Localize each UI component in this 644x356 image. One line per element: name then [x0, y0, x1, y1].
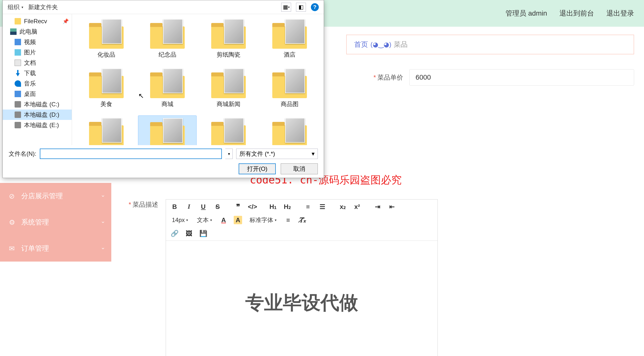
folder-label: 剪纸陶瓷	[217, 51, 240, 59]
sidebar-item-branch[interactable]: ⊘ 分店展示管理 ›	[0, 183, 111, 209]
folder-icon	[272, 68, 307, 98]
nav-desktop[interactable]: 桌面	[3, 89, 72, 99]
nav-filerecv[interactable]: FileRecv📌	[3, 16, 72, 26]
outdent-button[interactable]: ⇤	[388, 202, 396, 211]
view-mode-button[interactable]: ▦ ▾	[281, 3, 291, 12]
italic-button[interactable]: I	[185, 202, 193, 211]
ordered-list-button[interactable]: ≡	[304, 202, 312, 211]
link-button[interactable]: 🔗	[170, 229, 179, 238]
code-button[interactable]: </>	[248, 202, 257, 211]
logout-link[interactable]: 退出登录	[606, 9, 634, 18]
folder-item[interactable]: 酒店	[260, 16, 319, 61]
folder-label: 化妆品	[98, 51, 115, 59]
price-row: *菜品单价	[374, 69, 634, 85]
font-family-select[interactable]: 标准字体▾	[248, 216, 278, 224]
filename-dropdown[interactable]: ▾	[225, 149, 233, 159]
chevron-down-icon: ›	[100, 221, 106, 223]
breadcrumb: 首页 (◕‿◕) 菜品	[346, 35, 634, 54]
preview-pane-button[interactable]: ◧	[296, 3, 306, 12]
nav-documents[interactable]: 文档	[3, 58, 72, 68]
subscript-button[interactable]: x₂	[338, 202, 347, 211]
editor-text: 专业毕设代做	[176, 290, 428, 316]
folder-icon	[89, 68, 124, 98]
folder-icon	[150, 19, 185, 49]
nav-downloads[interactable]: 下载	[3, 68, 72, 78]
pin-icon: 📌	[62, 18, 69, 24]
text-type-select[interactable]: 文本▾	[196, 216, 214, 224]
nav-video[interactable]: 视频	[3, 37, 72, 47]
nav-disk-c[interactable]: 本地磁盘 (C:)	[3, 99, 72, 109]
folder-item[interactable]: 美食	[77, 66, 136, 110]
desc-row: *菜品描述	[128, 200, 164, 209]
folder-icon	[211, 68, 246, 98]
bold-button[interactable]: B	[170, 202, 179, 211]
cancel-button[interactable]: 取消	[281, 163, 318, 174]
nav-disk-e[interactable]: 本地磁盘 (E:)	[3, 120, 72, 130]
folder-item[interactable]: 商城	[138, 66, 196, 110]
folder-label: 商城新闻	[217, 100, 240, 108]
nav-pictures[interactable]: 图片	[3, 47, 72, 58]
file-list[interactable]: 化妆品纪念品剪纸陶瓷酒店美食商城商城新闻商品图手机头像图书鲜花	[72, 14, 324, 145]
folder-item[interactable]: 图书	[199, 115, 258, 145]
folder-icon	[272, 19, 307, 49]
folder-icon	[89, 19, 124, 49]
image-button[interactable]: 🖼	[185, 229, 193, 238]
desc-label: *菜品描述	[128, 200, 158, 209]
sidebar-item-orders[interactable]: ✉ 订单管理 ›	[0, 235, 111, 262]
underline-button[interactable]: U	[199, 202, 208, 211]
save-button[interactable]: 💾	[199, 229, 208, 238]
organize-button[interactable]: 组织▾	[8, 3, 23, 11]
folder-item[interactable]: 剪纸陶瓷	[199, 16, 258, 61]
align-button[interactable]: ≡	[284, 216, 292, 224]
font-color-button[interactable]: A	[219, 216, 228, 224]
clear-format-button[interactable]: T̸ₓ	[298, 216, 307, 224]
h1-button[interactable]: H₁	[269, 202, 277, 211]
price-input[interactable]	[409, 69, 634, 85]
folder-item[interactable]: 商城新闻	[199, 66, 258, 110]
folder-label: 酒店	[284, 51, 296, 59]
filename-label: 文件名(N):	[9, 150, 36, 158]
folder-icon	[150, 68, 185, 98]
clock-icon: ⊘	[9, 192, 17, 200]
folder-icon	[211, 118, 246, 145]
folder-item[interactable]: 手机	[77, 115, 136, 145]
folder-item[interactable]: 化妆品	[77, 16, 136, 61]
quote-button[interactable]: ❞	[234, 202, 242, 211]
sidebar-item-label: 分店展示管理	[21, 191, 63, 201]
folder-label: 纪念品	[158, 51, 176, 59]
breadcrumb-home[interactable]: 首页	[354, 40, 368, 49]
bg-color-button[interactable]: A	[234, 216, 242, 224]
nav-disk-d[interactable]: 本地磁盘 (D:)	[3, 109, 72, 120]
indent-button[interactable]: ⇥	[374, 202, 382, 211]
nav-music[interactable]: 音乐	[3, 78, 72, 89]
unordered-list-button[interactable]: ☰	[318, 202, 326, 211]
mail-icon: ✉	[9, 245, 17, 253]
sidebar-item-system[interactable]: ⚙ 系统管理 ›	[0, 209, 111, 235]
file-filter-select[interactable]: 所有文件 (*.*)▾	[236, 149, 318, 159]
logout-front-link[interactable]: 退出到前台	[560, 9, 594, 18]
folder-item[interactable]: 商品图	[260, 66, 319, 110]
folder-item[interactable]: 头像	[138, 115, 196, 145]
font-size-select[interactable]: 14px▾	[170, 216, 190, 224]
breadcrumb-face-icon: (◕‿◕)	[370, 41, 391, 48]
dialog-footer: 文件名(N): ▾ 所有文件 (*.*)▾ 打开(O) 取消	[3, 145, 324, 178]
editor-content[interactable]: 专业毕设代做	[166, 241, 438, 356]
h2-button[interactable]: H₂	[283, 202, 292, 211]
dialog-toolbar: 组织▾ 新建文件夹 ▦ ▾ ◧ ?	[3, 0, 324, 14]
navigation-pane[interactable]: FileRecv📌 此电脑 视频 图片 文档 下载 音乐 桌面 本地磁盘 (C:…	[3, 14, 72, 145]
folder-item[interactable]: 鲜花	[260, 115, 319, 145]
new-folder-button[interactable]: 新建文件夹	[28, 3, 58, 11]
folder-icon	[150, 118, 185, 145]
help-button[interactable]: ?	[311, 3, 319, 11]
chevron-down-icon: ›	[100, 195, 106, 197]
admin-label[interactable]: 管理员 admin	[506, 9, 547, 18]
filename-input[interactable]	[40, 149, 222, 159]
nav-this-pc[interactable]: 此电脑	[3, 26, 72, 37]
folder-label: 美食	[100, 100, 112, 108]
editor-toolbar: B I U S ❞ </> H₁ H₂ ≡ ☰ x₂ x² ⇥ ⇤ 14px▾ …	[166, 200, 438, 241]
superscript-button[interactable]: x²	[353, 202, 361, 211]
gear-icon: ⚙	[9, 218, 17, 226]
open-button[interactable]: 打开(O)	[239, 163, 276, 174]
strike-button[interactable]: S	[214, 202, 222, 211]
folder-item[interactable]: 纪念品	[138, 16, 196, 61]
